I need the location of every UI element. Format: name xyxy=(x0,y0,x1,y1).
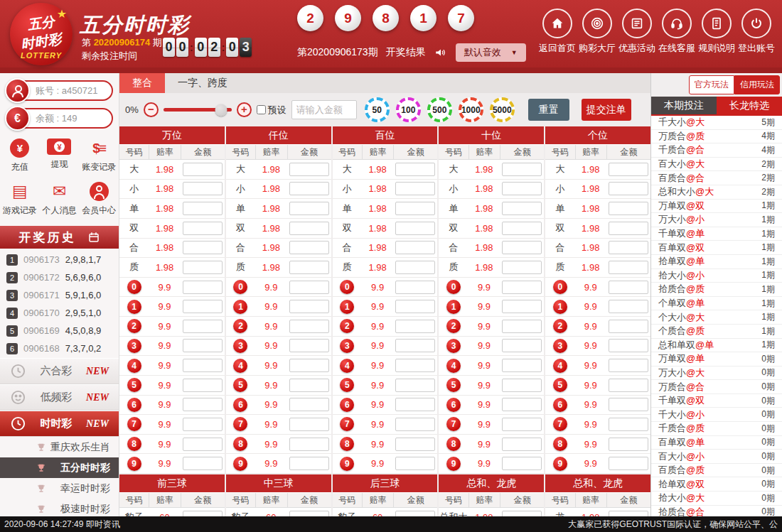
bet-amount-input[interactable] xyxy=(183,398,223,411)
bet-amount-input[interactable] xyxy=(289,438,329,451)
action-message[interactable]: ✉个人消息 xyxy=(40,182,80,217)
bet-amount-input[interactable] xyxy=(502,418,542,431)
bet-amount-input[interactable] xyxy=(183,320,223,333)
bet-amount-input[interactable] xyxy=(609,202,648,215)
bet-amount-input[interactable] xyxy=(502,261,542,274)
game-幸运时时彩[interactable]: 幸运时时彩 xyxy=(0,478,119,499)
bet-amount-input[interactable] xyxy=(502,281,542,294)
bet-amount-input[interactable] xyxy=(183,261,223,274)
tab-combined[interactable]: 整合 xyxy=(119,73,165,93)
bet-amount-input[interactable] xyxy=(183,222,223,235)
nav-rules[interactable]: 规则说明 xyxy=(697,9,737,55)
bet-amount-input[interactable] xyxy=(502,398,542,411)
bet-amount-input[interactable] xyxy=(609,457,648,470)
bet-amount-input[interactable] xyxy=(183,418,223,431)
action-ledger[interactable]: $≡账变记录 xyxy=(79,139,119,173)
nav-service[interactable]: 在线客服 xyxy=(657,9,697,55)
chip-100[interactable]: 100 xyxy=(396,97,421,122)
bet-amount-input[interactable] xyxy=(502,202,542,215)
bet-amount-input[interactable] xyxy=(502,300,542,313)
bet-amount-input[interactable] xyxy=(289,261,329,274)
bet-amount-input[interactable] xyxy=(395,339,435,352)
bet-amount-input[interactable] xyxy=(395,202,435,215)
game-五分时时彩[interactable]: 五分时时彩 xyxy=(0,457,119,478)
bet-amount-input[interactable] xyxy=(609,182,648,195)
bet-amount-input[interactable] xyxy=(289,182,329,195)
bet-amount-input[interactable] xyxy=(609,222,648,235)
bet-amount-input[interactable] xyxy=(395,281,435,294)
bet-amount-input[interactable] xyxy=(502,379,542,392)
bet-amount-input[interactable] xyxy=(289,339,329,352)
bet-amount-input[interactable] xyxy=(395,511,435,517)
bet-amount-input[interactable] xyxy=(395,241,435,254)
rtab-长龙特选[interactable]: 长龙特选 xyxy=(717,97,782,114)
bet-amount-input[interactable] xyxy=(609,339,648,352)
bet-amount-input[interactable] xyxy=(183,202,223,215)
bet-amount-input[interactable] xyxy=(502,359,542,372)
bet-amount-input[interactable] xyxy=(502,241,542,254)
reset-button[interactable]: 重置 xyxy=(528,99,569,121)
bet-amount-input[interactable] xyxy=(289,418,329,431)
slider-thumb[interactable] xyxy=(215,104,227,116)
tab-single-span[interactable]: 一字、跨度 xyxy=(165,73,240,93)
bet-amount-input[interactable] xyxy=(289,511,329,517)
bet-amount-input[interactable] xyxy=(289,398,329,411)
bet-amount-input[interactable] xyxy=(289,241,329,254)
site-logo[interactable]: ★ 五分 时时彩 LOTTERY xyxy=(10,3,73,65)
bet-amount-input[interactable] xyxy=(395,457,435,470)
bet-amount-input[interactable] xyxy=(609,281,648,294)
bet-amount-input[interactable] xyxy=(609,379,648,392)
bet-amount-input[interactable] xyxy=(289,320,329,333)
category-低频彩[interactable]: 低频彩NEW xyxy=(0,384,119,411)
game-重庆欢乐生肖[interactable]: 重庆欢乐生肖 xyxy=(0,437,119,457)
bet-amount-input[interactable] xyxy=(183,457,223,470)
bet-amount-input[interactable] xyxy=(289,281,329,294)
bet-amount-input[interactable] xyxy=(289,163,329,176)
bet-amount-input[interactable] xyxy=(289,222,329,235)
minus-button[interactable]: − xyxy=(144,102,159,117)
nav-power[interactable]: 登出账号 xyxy=(737,9,776,55)
action-member[interactable]: 会员中心 xyxy=(79,182,119,217)
bet-amount-input[interactable] xyxy=(502,457,542,470)
preset-checkbox[interactable] xyxy=(257,105,266,114)
playmode-信用玩法[interactable]: 信用玩法 xyxy=(734,75,780,94)
bet-amount-input[interactable] xyxy=(502,511,542,517)
bet-amount-input[interactable] xyxy=(289,359,329,372)
bet-amount-input[interactable] xyxy=(609,438,648,451)
speaker-icon[interactable] xyxy=(434,46,448,59)
bet-amount-input[interactable] xyxy=(395,320,435,333)
bet-amount-input[interactable] xyxy=(183,163,223,176)
category-时时彩[interactable]: 时时彩NEW xyxy=(0,411,119,437)
bet-amount-input[interactable] xyxy=(502,339,542,352)
bet-amount-input[interactable] xyxy=(609,163,648,176)
bet-amount-input[interactable] xyxy=(183,281,223,294)
rebate-slider[interactable] xyxy=(164,108,232,112)
bet-amount-input[interactable] xyxy=(183,182,223,195)
chip-5000[interactable]: 5000 xyxy=(490,97,515,122)
bet-amount-input[interactable] xyxy=(395,182,435,195)
rtab-本期投注[interactable]: 本期投注 xyxy=(651,97,717,114)
bet-amount-input[interactable] xyxy=(395,418,435,431)
bet-amount-input[interactable] xyxy=(183,359,223,372)
bet-amount-input[interactable] xyxy=(502,438,542,451)
bet-amount-input[interactable] xyxy=(395,359,435,372)
sound-select[interactable]: 默认音效 ▼ xyxy=(456,43,526,62)
amount-input[interactable] xyxy=(291,100,357,119)
bet-amount-input[interactable] xyxy=(289,202,329,215)
bet-amount-input[interactable] xyxy=(502,182,542,195)
action-gamelog[interactable]: ▤游戏记录 xyxy=(0,182,40,217)
bet-amount-input[interactable] xyxy=(609,241,648,254)
chip-500[interactable]: 500 xyxy=(427,97,452,122)
bet-amount-input[interactable] xyxy=(609,398,648,411)
bet-amount-input[interactable] xyxy=(395,300,435,313)
bet-amount-input[interactable] xyxy=(289,379,329,392)
bet-amount-input[interactable] xyxy=(609,261,648,274)
bet-amount-input[interactable] xyxy=(609,359,648,372)
bet-amount-input[interactable] xyxy=(395,379,435,392)
bet-amount-input[interactable] xyxy=(609,300,648,313)
bet-amount-input[interactable] xyxy=(183,339,223,352)
bet-amount-input[interactable] xyxy=(609,511,648,517)
bet-amount-input[interactable] xyxy=(395,222,435,235)
action-recharge[interactable]: ¥充值 xyxy=(0,139,40,173)
bet-amount-input[interactable] xyxy=(183,379,223,392)
